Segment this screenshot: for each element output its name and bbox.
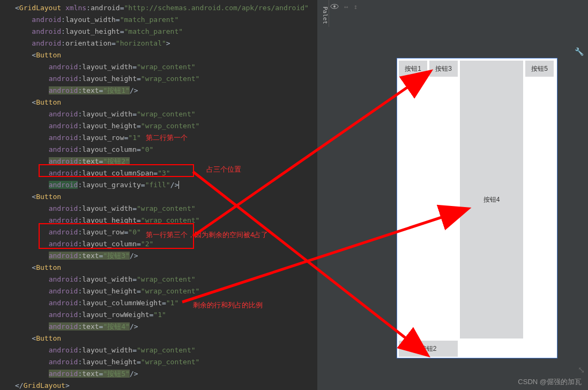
preview-button-1: 按钮1 [399,61,427,77]
nav-icon[interactable]: ↔ [344,3,348,11]
preview-toolbar: ↔ ↕ [330,2,358,11]
nav-icon[interactable]: ↕ [354,3,358,11]
preview-button-5: 按钮5 [525,61,554,77]
preview-button-4: 按钮4 [460,61,523,339]
annotation-1: 第二行第一个 [146,133,188,143]
layout-preview: 按钮1 按钮3 按钮4 按钮5 按钮2 [397,58,557,358]
wrench-icon[interactable]: 🔧 [575,47,584,56]
palette-tab[interactable]: Palet [317,0,329,27]
resize-handle-icon[interactable]: ⤡ [578,365,585,375]
annotation-3: 第一行第三个，因为剩余的空间被4占了 [146,230,268,240]
preview-button-3: 按钮3 [429,61,458,77]
svg-point-3 [333,5,336,8]
watermark: CSDN @倔强的加瓦 [518,377,582,387]
preview-button-2: 按钮2 [399,341,458,357]
eye-icon[interactable] [330,2,339,11]
annotation-2: 占三个位置 [206,165,241,174]
annotation-4: 剩余的行和列占的比例 [193,300,263,310]
code-editor[interactable]: <GridLayout xmlns:android="http://schema… [0,0,317,390]
design-panel: Palet ↔ ↕ 🔧 按钮1 按钮3 按钮4 按钮5 按钮2 ⤡ [317,0,588,390]
